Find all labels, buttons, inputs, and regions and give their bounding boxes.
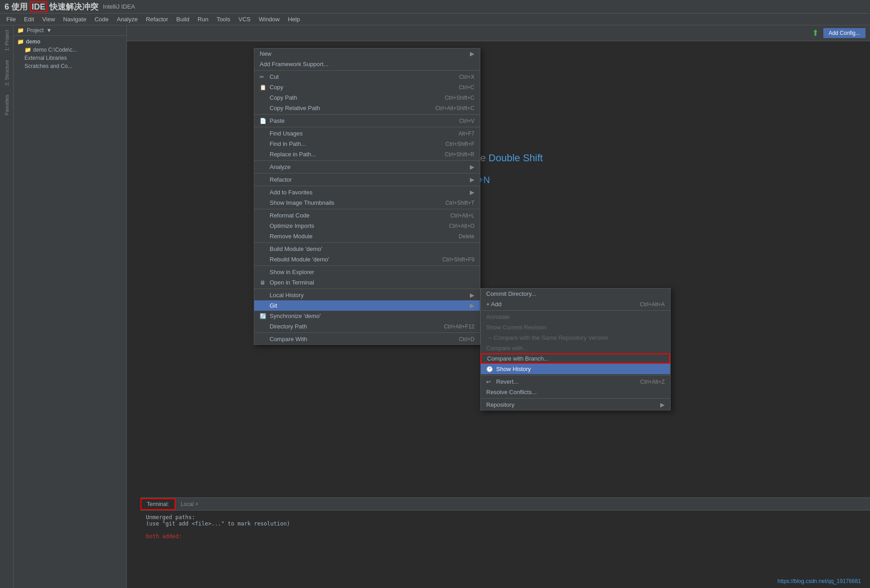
separator [254, 70, 480, 71]
history-icon: 🕐 [486, 366, 494, 372]
menu-item-new[interactable]: New ▶ [254, 48, 480, 59]
menu-build[interactable]: Build [173, 15, 193, 24]
menu-item-add-framework[interactable]: Add Framework Support... [254, 59, 480, 69]
git-separator-2 [481, 375, 670, 376]
sidebar-label-favorites[interactable]: Favorites [4, 95, 10, 115]
menu-item-find-in-path[interactable]: Find in Path... Ctrl+Shift+F [254, 139, 480, 149]
ide-highlight: IDE [30, 1, 47, 12]
git-menu-resolve-conflicts[interactable]: Resolve Conflicts... [481, 387, 670, 397]
menu-item-analyze[interactable]: Analyze ▶ [254, 162, 480, 172]
git-menu-repository[interactable]: Repository ▶ [481, 400, 670, 410]
find-usages-shortcut: Alt+F7 [459, 130, 474, 137]
menu-tools[interactable]: Tools [213, 15, 234, 24]
git-menu-commit-dir[interactable]: Commit Directory... [481, 289, 670, 299]
main-area: ⬆ Add Config... Search Everywhere Double… [127, 25, 870, 588]
dropdown-icon[interactable]: ▼ [46, 27, 52, 34]
menu-vcs[interactable]: VCS [235, 15, 254, 24]
project-title: Project [27, 27, 44, 34]
paste-shortcut: Ctrl+V [459, 118, 474, 124]
menu-help[interactable]: Help [284, 15, 304, 24]
separator-3 [254, 127, 480, 127]
menu-item-paste[interactable]: 📄 Paste Ctrl+V [254, 116, 480, 126]
tree-item-demo-path[interactable]: 📁 demo C:\Code\c... [14, 46, 126, 54]
separator-8 [254, 242, 480, 243]
tree-item-demo[interactable]: 📁 demo [14, 38, 126, 46]
nav-icon: ⬆ [812, 28, 819, 38]
git-menu-add[interactable]: + Add Ctrl+Alt+A [481, 299, 670, 309]
thumbnails-shortcut: Ctrl+Shift+T [445, 200, 474, 206]
menu-file[interactable]: File [3, 15, 19, 24]
menu-item-copy-path[interactable]: Copy Path Ctrl+Shift+C [254, 92, 480, 103]
tree-item-scratches[interactable]: Scratches and Co... [14, 62, 126, 70]
arrow-icon-7: ▶ [660, 401, 665, 408]
menu-item-build-module[interactable]: Build Module 'demo' [254, 244, 480, 254]
terminal-tabs: Terminal: Local × [140, 498, 870, 511]
terminal-tab-terminal[interactable]: Terminal: [140, 498, 175, 510]
app-name: IntelliJ IDEA [103, 3, 135, 10]
git-menu-show-current-revision[interactable]: Show Current Revision [481, 322, 670, 333]
separator-2 [254, 114, 480, 115]
terminal-panel: Terminal: Local × Unmerged paths: (use "… [140, 497, 870, 588]
terminal-tab-local[interactable]: Local × [175, 499, 204, 509]
reformat-shortcut: Ctrl+Alt+L [450, 212, 474, 219]
menu-item-copy[interactable]: 📋 Copy Ctrl+C [254, 82, 480, 92]
menu-item-find-usages[interactable]: Find Usages Alt+F7 [254, 128, 480, 139]
tree-item-external-libraries[interactable]: External Libraries [14, 54, 126, 62]
menu-window[interactable]: Window [255, 15, 283, 24]
external-lib-label: External Libraries [24, 55, 67, 61]
git-menu-annotate[interactable]: Annotate [481, 312, 670, 322]
terminal-line-3 [146, 527, 865, 533]
main-header: ⬆ Add Config... [127, 25, 870, 41]
title-bar: 6 使用 IDE 快速解决冲突 IntelliJ IDEA [0, 0, 870, 14]
menu-item-local-history[interactable]: Local History ▶ [254, 290, 480, 300]
git-menu-show-history[interactable]: 🕐 Show History [481, 364, 670, 374]
menu-edit[interactable]: Edit [20, 15, 38, 24]
menu-item-cut[interactable]: ✂ Cut Ctrl+X [254, 72, 480, 82]
menu-item-reformat[interactable]: Reformat Code Ctrl+Alt+L [254, 210, 480, 221]
menu-run[interactable]: Run [194, 15, 212, 24]
menu-item-optimize-imports[interactable]: Optimize Imports Ctrl+Alt+O [254, 221, 480, 231]
menu-item-directory-path[interactable]: Directory Path Ctrl+Alt+F12 [254, 321, 480, 332]
git-menu-compare-same-repo[interactable]: → Compare with the Same Repository Versi… [481, 333, 670, 343]
arrow-icon-3: ▶ [470, 176, 474, 183]
arrow-icon-4: ▶ [470, 189, 474, 196]
project-panel: 📁 Project ▼ 📁 demo 📁 demo C:\Code\c... E… [14, 25, 127, 588]
menu-item-synchronize[interactable]: 🔄 Synchronize 'demo' [254, 311, 480, 321]
menu-item-refactor[interactable]: Refactor ▶ [254, 174, 480, 185]
menu-item-open-in-terminal[interactable]: 🖥 Open in Terminal [254, 277, 480, 288]
optimize-shortcut: Ctrl+Alt+O [449, 223, 474, 229]
menu-item-git[interactable]: Git ▶ [254, 300, 480, 311]
menu-analyze[interactable]: Analyze [113, 15, 141, 24]
menu-item-add-to-favorites[interactable]: Add to Favorites ▶ [254, 187, 480, 198]
add-shortcut: Ctrl+Alt+A [640, 301, 665, 308]
menu-item-show-image-thumbnails[interactable]: Show Image Thumbnails Ctrl+Shift+T [254, 198, 480, 208]
menu-item-compare-with[interactable]: Compare With Ctrl+D [254, 334, 480, 344]
terminal-line-4: both added: [146, 533, 865, 540]
menu-code[interactable]: Code [91, 15, 112, 24]
menu-item-remove-module[interactable]: Remove Module Delete [254, 231, 480, 241]
git-submenu: Commit Directory... + Add Ctrl+Alt+A Ann… [480, 288, 671, 410]
menu-item-show-in-explorer[interactable]: Show in Explorer [254, 267, 480, 277]
arrow-icon-5: ▶ [470, 292, 474, 299]
sidebar-label-project[interactable]: 1: Project [4, 30, 10, 51]
terminal-line-1: Unmerged paths: [146, 514, 865, 521]
menu-view[interactable]: View [39, 15, 58, 24]
menu-navigate[interactable]: Navigate [59, 15, 90, 24]
copy-path-shortcut: Ctrl+Shift+C [445, 95, 474, 101]
menu-item-replace-in-path[interactable]: Replace in Path... Ctrl+Shift+R [254, 149, 480, 159]
git-menu-compare-with[interactable]: Compare with... [481, 343, 670, 353]
menu-refactor[interactable]: Refactor [142, 15, 172, 24]
demo-label: demo [26, 39, 40, 45]
menu-item-rebuild-module[interactable]: Rebuild Module 'demo' Ctrl+Shift+F9 [254, 254, 480, 265]
sidebar-label-structure[interactable]: 2: Structure [4, 60, 10, 86]
context-menu: New ▶ Add Framework Support... ✂ Cut Ctr… [254, 48, 480, 345]
arrow-icon-2: ▶ [470, 164, 474, 170]
compare-with-shortcut: Ctrl+D [459, 336, 474, 342]
revert-shortcut: Ctrl+Alt+Z [640, 379, 665, 385]
menu-item-copy-relative-path[interactable]: Copy Relative Path Ctrl+Alt+Shift+C [254, 103, 480, 113]
search-everywhere-shortcut: Double Shift [488, 152, 543, 164]
git-menu-compare-with-branch[interactable]: Compare with Branch... [481, 353, 670, 364]
title-text: 6 使用 IDE 快速解决冲突 [5, 1, 98, 12]
add-config-button[interactable]: Add Config... [823, 28, 865, 38]
git-menu-revert[interactable]: ↩ Revert... Ctrl+Alt+Z [481, 376, 670, 387]
